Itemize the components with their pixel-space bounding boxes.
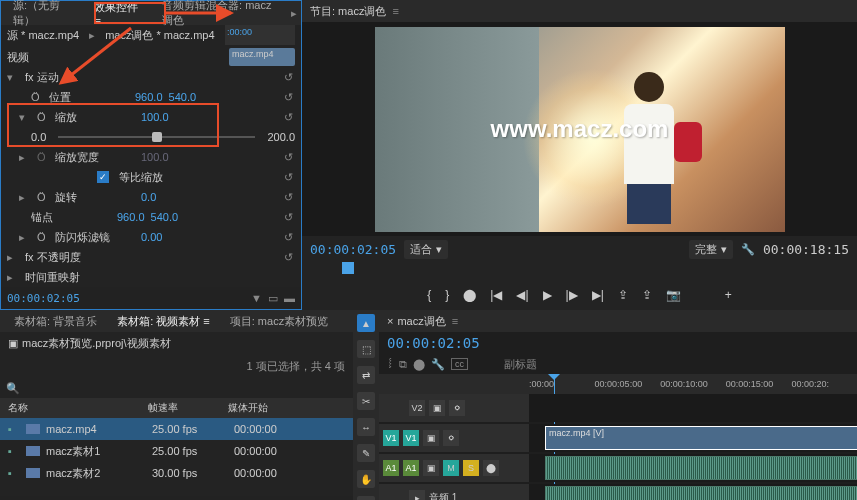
close-icon[interactable]: × <box>387 315 393 327</box>
settings-icon[interactable]: 🔧 <box>431 358 445 371</box>
zoom-out-icon[interactable]: ▭ <box>268 292 278 305</box>
antiflicker-value[interactable]: 0.00 <box>141 231 162 243</box>
track-toggle[interactable]: ▣ <box>429 400 445 416</box>
reset-icon[interactable]: ↺ <box>281 111 295 124</box>
track-toggle[interactable]: ▣ <box>423 430 439 446</box>
play-button[interactable]: ▶ <box>543 288 552 302</box>
chevron-right-icon[interactable]: ▸ <box>19 231 31 244</box>
project-item[interactable]: ▪ macz素材1 25.00 fps 00:00:00 <box>0 440 353 462</box>
keyframe-toggle-icon[interactable]: Ö <box>37 231 49 243</box>
tab-bin-video[interactable]: 素材箱: 视频素材 ≡ <box>109 311 218 332</box>
rotation-value[interactable]: 0.0 <box>141 191 156 203</box>
tab-bin-bgm[interactable]: 素材箱: 背景音乐 <box>6 311 105 332</box>
razor-tool[interactable]: ✂ <box>357 392 375 410</box>
lift-button[interactable]: ⇪ <box>618 288 628 302</box>
mute-button[interactable]: M <box>443 460 459 476</box>
scale-slider-thumb[interactable] <box>152 132 162 142</box>
selection-tool[interactable]: ▲ <box>357 314 375 332</box>
wrench-icon[interactable]: 🔧 <box>741 243 755 256</box>
reset-icon[interactable]: ↺ <box>281 211 295 224</box>
link-icon[interactable]: ⧉ <box>399 358 407 371</box>
track-a2-header[interactable]: ▸ 音频 1 <box>379 484 529 500</box>
step-forward-button[interactable]: |▶ <box>566 288 578 302</box>
track-v2-header[interactable]: V2 ▣ ⭘ <box>379 394 529 422</box>
mini-playhead[interactable] <box>342 262 354 274</box>
source-patch-a1[interactable]: A1 <box>383 460 399 476</box>
voice-over-button[interactable]: ⬤ <box>483 460 499 476</box>
track-v1-body[interactable]: macz.mp4 [V] <box>529 424 857 452</box>
col-fps[interactable]: 帧速率 <box>148 401 228 415</box>
marker-icon[interactable]: ⬤ <box>413 358 425 371</box>
col-name[interactable]: 名称 <box>8 401 148 415</box>
keyframe-toggle-icon[interactable]: Ö <box>37 191 49 203</box>
sequence-timecode[interactable]: 00:00:02:05 <box>387 335 480 351</box>
track-v1-header[interactable]: V1 V1 ▣ ⭘ <box>379 424 529 452</box>
panel-menu-icon[interactable]: ▸ <box>291 7 297 20</box>
project-item[interactable]: ▪ macz素材2 30.00 fps 00:00:00 <box>0 462 353 484</box>
reset-icon[interactable]: ↺ <box>281 251 295 264</box>
scale-row[interactable]: ▾ Ö 缩放 100.0 ↺ <box>1 107 301 127</box>
menu-icon[interactable]: ≡ <box>452 315 458 327</box>
track-a2-body[interactable] <box>529 484 857 500</box>
project-item[interactable]: ▪ macz.mp4 25.00 fps 00:00:00 <box>0 418 353 440</box>
keyframe-toggle-icon[interactable]: Ö <box>31 91 43 103</box>
menu-icon[interactable]: ≡ <box>392 5 398 17</box>
scale-value[interactable]: 100.0 <box>141 111 169 123</box>
anchor-y-value[interactable]: 540.0 <box>151 211 179 223</box>
position-y-value[interactable]: 540.0 <box>169 91 197 103</box>
view-dropdown[interactable]: 完整▾ <box>689 240 733 259</box>
audio-clip[interactable] <box>545 456 857 480</box>
fit-dropdown[interactable]: 适合▾ <box>404 240 448 259</box>
add-marker-button[interactable]: ⬤ <box>463 288 476 302</box>
reset-icon[interactable]: ↺ <box>281 171 295 184</box>
go-to-out-button[interactable]: ▶| <box>592 288 604 302</box>
zoom-in-icon[interactable]: ▬ <box>284 292 295 305</box>
tab-project-preview[interactable]: 项目: macz素材预览 <box>222 311 336 332</box>
col-start[interactable]: 媒体开始 <box>228 401 268 415</box>
program-mini-ruler[interactable] <box>302 262 857 280</box>
video-clip[interactable]: macz.mp4 [V] <box>545 426 857 450</box>
time-remap-row[interactable]: ▸ 时间重映射 <box>1 267 301 287</box>
expand-track-icon[interactable]: ▸ <box>409 490 425 500</box>
track-lock-icon[interactable]: ⭘ <box>449 400 465 416</box>
uniform-scale-row[interactable]: ✓ 等比缩放 ↺ <box>1 167 301 187</box>
filter-icon[interactable]: ▼ <box>251 292 262 305</box>
program-timecode-current[interactable]: 00:00:02:05 <box>310 242 396 257</box>
chevron-right-icon[interactable]: ▸ <box>19 191 31 204</box>
keyframe-toggle-icon[interactable]: Ö <box>37 111 49 123</box>
anchor-x-value[interactable]: 960.0 <box>117 211 145 223</box>
track-v2-body[interactable] <box>529 394 857 422</box>
track-select-tool[interactable]: ⬚ <box>357 340 375 358</box>
effect-panel-timecode[interactable]: 00:00:02:05 <box>7 292 80 305</box>
snap-icon[interactable]: ⸾ <box>387 358 393 370</box>
button-editor-button[interactable]: + <box>725 288 732 302</box>
type-tool[interactable]: T <box>357 496 375 500</box>
audio-clip[interactable] <box>545 486 857 500</box>
scale-slider[interactable] <box>58 136 255 138</box>
reset-icon[interactable]: ↺ <box>281 71 295 84</box>
track-lock-icon[interactable]: ⭘ <box>443 430 459 446</box>
step-back-button[interactable]: ◀| <box>516 288 528 302</box>
mark-in-button[interactable]: { <box>427 288 431 302</box>
reset-icon[interactable]: ↺ <box>281 191 295 204</box>
position-x-value[interactable]: 960.0 <box>135 91 163 103</box>
hand-tool[interactable]: ✋ <box>357 470 375 488</box>
motion-row[interactable]: ▾ fx 运动 ↺ <box>1 67 301 87</box>
export-frame-button[interactable]: 📷 <box>666 288 681 302</box>
track-target-v1[interactable]: V1 <box>403 430 419 446</box>
track-target-a1[interactable]: A1 <box>403 460 419 476</box>
search-icon[interactable]: 🔍 <box>6 382 20 395</box>
reset-icon[interactable]: ↺ <box>281 231 295 244</box>
track-toggle[interactable]: ▣ <box>423 460 439 476</box>
source-patch-v1[interactable]: V1 <box>383 430 399 446</box>
ripple-edit-tool[interactable]: ⇄ <box>357 366 375 384</box>
project-breadcrumb[interactable]: ▣ macz素材预览.prproj\视频素材 <box>0 332 353 355</box>
program-viewer[interactable]: www.macz.com <box>302 22 857 236</box>
opacity-row[interactable]: ▸ fx 不透明度 ↺ <box>1 247 301 267</box>
track-a1-header[interactable]: A1 A1 ▣ M S ⬤ <box>379 454 529 482</box>
sequence-tab[interactable]: × macz调色 ≡ <box>379 310 857 332</box>
timeline-clip-chip[interactable]: macz.mp4 <box>229 48 295 66</box>
uniform-scale-checkbox[interactable]: ✓ <box>97 171 109 183</box>
track-target-v2[interactable]: V2 <box>409 400 425 416</box>
go-to-in-button[interactable]: |◀ <box>490 288 502 302</box>
